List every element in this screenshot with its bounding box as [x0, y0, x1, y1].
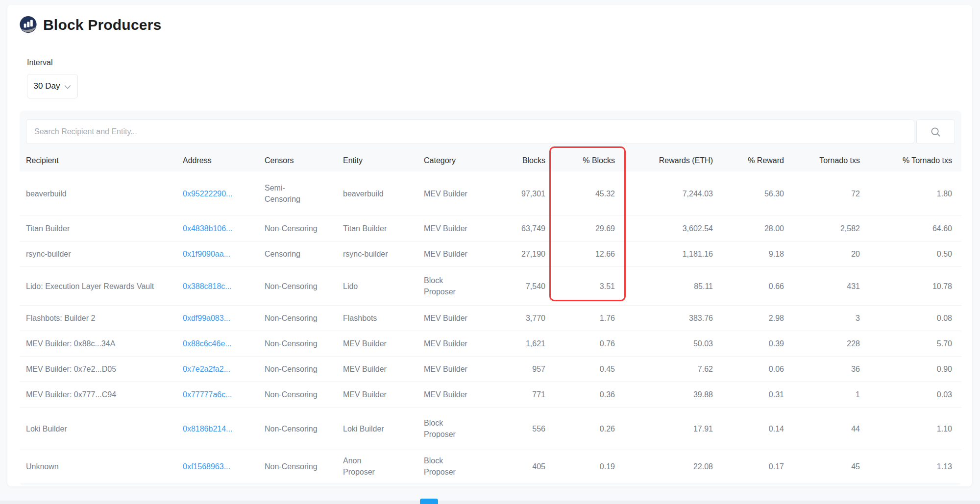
cell-entity: MEV Builder	[343, 331, 424, 356]
cell-pct-reward: 0.14	[713, 407, 784, 450]
cell-pct-blocks: 0.76	[545, 331, 615, 356]
cell-pct-tornado-txs: 64.60	[860, 216, 961, 241]
cell-censors: Non-Censoring	[265, 331, 343, 356]
pagination-active-page[interactable]	[420, 499, 438, 504]
cell-blocks: 771	[488, 382, 545, 407]
cell-text: 56.30	[764, 188, 784, 199]
column-header-category[interactable]: Category	[424, 150, 488, 171]
cell-text: Non-Censoring	[265, 338, 318, 349]
cell-text: Lido	[343, 281, 358, 292]
column-header-reward[interactable]: % Reward	[713, 150, 784, 171]
address-link[interactable]: 0x388c818c...	[183, 281, 232, 292]
cell-rewards-eth: 7.62	[615, 356, 713, 382]
cell-text: 36	[851, 363, 860, 375]
page-title: Block Producers	[43, 17, 161, 33]
column-header-blocks[interactable]: % Blocks	[545, 150, 615, 171]
cell-category: MEV Builder	[424, 305, 488, 331]
column-header-recipient[interactable]: Recipient	[20, 150, 183, 171]
cell-censors: Non-Censoring	[265, 356, 343, 382]
cell-text: 12.66	[595, 248, 615, 260]
address-link[interactable]: 0xdf99a083...	[183, 312, 230, 324]
cell-text: 1.10	[937, 423, 952, 434]
cell-recipient: Loki Builder	[20, 407, 183, 450]
cell-text: Block Proposer	[424, 455, 473, 478]
cell-text: MEV Builder: 0x777...C94	[26, 389, 116, 400]
search-button[interactable]	[916, 120, 955, 144]
cell-tornado-txs: 431	[784, 266, 860, 305]
cell-text: MEV Builder	[424, 312, 467, 324]
cell-pct-reward: 9.18	[713, 241, 784, 266]
cell-pct-reward: 56.30	[713, 171, 784, 216]
address-link[interactable]: 0xf1568963...	[183, 461, 230, 472]
search-input[interactable]	[26, 120, 914, 144]
cell-text: Non-Censoring	[265, 363, 318, 375]
cell-pct-blocks: 0.19	[545, 450, 615, 483]
column-header-rewards-eth[interactable]: Rewards (ETH)	[615, 150, 713, 171]
cell-censors: Non-Censoring	[265, 305, 343, 331]
cell-blocks: 556	[488, 407, 545, 450]
cell-censors: Non-Censoring	[265, 407, 343, 450]
cell-text: beaverbuild	[26, 188, 67, 199]
cell-text: 431	[847, 281, 860, 292]
table-row: MEV Builder: 0x7e2...D050x7e2a2fa2...Non…	[20, 356, 961, 382]
column-header-blocks[interactable]: Blocks	[488, 150, 545, 171]
column-header-tornado-txs[interactable]: Tornado txs	[784, 150, 860, 171]
cell-address: 0x1f9090aa...	[183, 241, 265, 266]
address-link[interactable]: 0x7e2a2fa2...	[183, 363, 230, 375]
table-row: Titan Builder0x4838b106...Non-CensoringT…	[20, 216, 961, 241]
table-row: Unknown0xf1568963...Non-CensoringAnon Pr…	[20, 450, 961, 483]
cell-text: Unknown	[26, 461, 59, 472]
cell-text: MEV Builder	[424, 389, 467, 400]
interval-select[interactable]: 30 Day	[27, 74, 78, 98]
cell-rewards-eth: 383.76	[615, 305, 713, 331]
cell-text: 44	[851, 423, 860, 434]
cell-text: MEV Builder	[424, 248, 467, 260]
cell-entity: Lido	[343, 266, 424, 305]
cell-text: 3,770	[526, 312, 545, 324]
cell-category: Block Proposer	[424, 407, 488, 450]
column-header-censors[interactable]: Censors	[265, 150, 343, 171]
cell-text: Loki Builder	[343, 423, 384, 434]
cell-text: 39.88	[693, 389, 713, 400]
address-link[interactable]: 0x1f9090aa...	[183, 248, 230, 260]
cell-pct-blocks: 3.51	[545, 266, 615, 305]
address-link[interactable]: 0x77777a6c...	[183, 389, 232, 400]
cell-entity: MEV Builder	[343, 382, 424, 407]
cell-text: 27,190	[521, 248, 545, 260]
address-link[interactable]: 0x95222290...	[183, 188, 232, 199]
column-header-tornado-txs[interactable]: % Tornado txs	[860, 150, 961, 171]
cell-text: 22.08	[693, 461, 713, 472]
address-link[interactable]: 0x8186b214...	[183, 423, 232, 434]
address-link[interactable]: 0x4838b106...	[183, 223, 232, 234]
cell-rewards-eth: 22.08	[615, 450, 713, 483]
cell-blocks: 1,621	[488, 331, 545, 356]
cell-pct-blocks: 1.76	[545, 305, 615, 331]
column-header-address[interactable]: Address	[183, 150, 265, 171]
cell-tornado-txs: 3	[784, 305, 860, 331]
cell-text: 45.32	[595, 188, 615, 199]
cell-text: Semi-Censoring	[265, 182, 319, 205]
cell-text: rsync-builder	[343, 248, 388, 260]
cell-text: 1.13	[937, 461, 952, 472]
cell-text: 9.18	[769, 248, 784, 260]
cell-text: 0.19	[600, 461, 615, 472]
cell-text: MEV Builder	[343, 338, 387, 349]
cell-text: 0.17	[769, 461, 784, 472]
cell-text: MEV Builder	[424, 223, 467, 234]
search-row	[26, 120, 955, 144]
cell-text: MEV Builder	[424, 338, 467, 349]
cell-text: 7,244.03	[683, 188, 713, 199]
cell-text: 0.14	[769, 423, 784, 434]
cell-pct-tornado-txs: 0.90	[860, 356, 961, 382]
cell-text: 7.62	[698, 363, 713, 375]
cell-category: MEV Builder	[424, 331, 488, 356]
cell-rewards-eth: 85.11	[615, 266, 713, 305]
address-link[interactable]: 0x88c6c46e...	[183, 338, 232, 349]
cell-entity: MEV Builder	[343, 356, 424, 382]
cell-pct-tornado-txs: 0.50	[860, 241, 961, 266]
cell-text: 64.60	[932, 223, 952, 234]
cell-blocks: 97,301	[488, 171, 545, 216]
cell-address: 0x4838b106...	[183, 216, 265, 241]
cell-text: 0.31	[769, 389, 784, 400]
column-header-entity[interactable]: Entity	[343, 150, 424, 171]
